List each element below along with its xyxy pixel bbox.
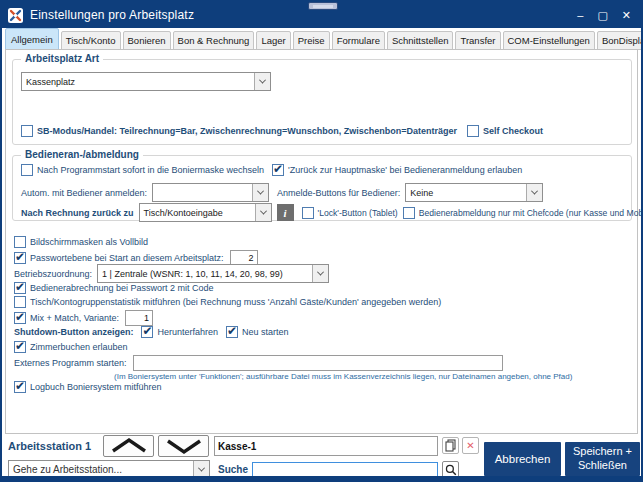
checkbox-box[interactable] xyxy=(14,312,26,324)
checkbox-self-checkout[interactable]: Self Checkout xyxy=(467,125,543,137)
dropdown-value: Gehe zu Arbeitsstation... xyxy=(9,461,193,478)
externes-programm-label: Externes Programm starten: xyxy=(14,358,127,368)
checkbox-bedienerabrechnung[interactable]: Bedienerabrechnung bei Passwort 2 mit Co… xyxy=(14,282,214,294)
checkbox-box[interactable] xyxy=(14,252,26,264)
minimize-icon[interactable]: – xyxy=(577,10,583,21)
copy-button[interactable] xyxy=(442,437,459,454)
tab-schnittstellen[interactable]: Schnittstellen xyxy=(387,31,454,50)
tab-lager[interactable]: Lager xyxy=(256,31,290,50)
checkbox-box[interactable] xyxy=(14,341,26,353)
delete-button[interactable]: ✕ xyxy=(462,437,479,454)
externes-programm-hint: (Im Boniersystem unter 'Funktionen'; aus… xyxy=(114,372,572,381)
checkbox-lock-button[interactable]: 'Lock'-Button (Tablet) xyxy=(302,207,398,219)
tab-bon-rechnung[interactable]: Bon & Rechnung xyxy=(173,31,255,50)
dropdown-value: Tisch/Kontoeingabe xyxy=(140,204,255,221)
nach-rechnung-dropdown[interactable]: Tisch/Kontoeingabe xyxy=(139,203,272,222)
station-up-button[interactable] xyxy=(103,435,154,457)
tabstrip: Allgemein Tisch/Konto Bonieren Bon & Rec… xyxy=(5,29,643,50)
station-name-input[interactable] xyxy=(214,436,438,456)
checkbox-label: Bildschirmmasken als Vollbild xyxy=(30,237,148,247)
chevron-down-icon xyxy=(193,461,209,478)
search-button[interactable] xyxy=(442,461,459,478)
search-input[interactable] xyxy=(252,462,438,479)
anmelde-buttons-dropdown[interactable]: Keine xyxy=(405,183,543,202)
chevron-down-icon xyxy=(312,265,328,282)
tab-preise[interactable]: Preise xyxy=(293,31,330,50)
checkbox-passwortebene[interactable]: Passwortebene bei Start an diesem Arbeit… xyxy=(14,252,224,264)
chevron-down-icon xyxy=(526,184,542,201)
checkbox-logbuch[interactable]: Logbuch Boniersystem mitführen xyxy=(14,381,162,393)
tab-transfer[interactable]: Transfer xyxy=(455,31,500,50)
checkbox-box[interactable] xyxy=(21,125,33,137)
checkbox-box[interactable] xyxy=(272,164,284,176)
delete-x-icon: ✕ xyxy=(466,441,474,451)
checkbox-box[interactable] xyxy=(14,236,26,248)
checkbox-box[interactable] xyxy=(403,207,415,219)
checkbox-zurueck-hauptmaske[interactable]: 'Zurück zur Hauptmaske' bei Bedieneranme… xyxy=(272,164,522,176)
tab-bondisplay[interactable]: BonDisplay xyxy=(597,31,643,50)
station-down-button[interactable] xyxy=(158,435,209,457)
checkbox-nach-programmstart[interactable]: Nach Programmstart sofort in die Bonierm… xyxy=(21,164,264,176)
autom-anmelden-dropdown[interactable] xyxy=(152,183,269,202)
externes-programm-input[interactable] xyxy=(133,355,503,371)
maximize-icon[interactable]: ▢ xyxy=(597,10,607,21)
checkbox-label: Neu starten xyxy=(242,327,289,337)
checkbox-box[interactable] xyxy=(141,326,153,338)
checkbox-label: 'Zurück zur Hauptmaske' bei Bedieneranme… xyxy=(288,165,522,175)
dropdown-value: 1 | Zentrale (WSNR: 1, 10, 11, 14, 20, 9… xyxy=(98,265,312,282)
app-icon xyxy=(8,8,23,23)
checkbox-label: Zimmerbuchen erlauben xyxy=(30,342,128,352)
checkbox-label: Self Checkout xyxy=(483,126,543,136)
search-icon xyxy=(445,464,457,476)
betriebszuordnung-dropdown[interactable]: 1 | Zentrale (WSNR: 1, 10, 11, 14, 20, 9… xyxy=(97,264,329,283)
tab-formulare[interactable]: Formulare xyxy=(332,31,385,50)
checkbox-sb-modus[interactable]: SB-Modus/Handel: Teilrechnung=Bar, Zwisc… xyxy=(21,125,457,137)
chevron-down-icon xyxy=(163,437,205,455)
chevron-down-icon xyxy=(252,184,268,201)
checkbox-box[interactable] xyxy=(14,282,26,294)
checkbox-box[interactable] xyxy=(21,164,33,176)
checkbox-label: Logbuch Boniersystem mitführen xyxy=(30,382,162,392)
checkbox-box[interactable] xyxy=(467,125,479,137)
close-icon[interactable]: ✕ xyxy=(622,10,631,21)
tab-tisch-konto[interactable]: Tisch/Konto xyxy=(61,31,121,50)
checkbox-zimmerbuchen[interactable]: Zimmerbuchen erlauben xyxy=(14,341,128,353)
checkbox-box[interactable] xyxy=(14,381,26,393)
group-arbeitsplatz-art: Arbeitsplatz Art Kassenplatz SB-Modus/Ha… xyxy=(12,59,632,145)
checkbox-label: Passwortebene bei Start an diesem Arbeit… xyxy=(30,253,224,263)
checkbox-box[interactable] xyxy=(14,296,26,308)
group-title: Bedieneran-/abmeldung xyxy=(21,149,143,160)
checkbox-mixmatch[interactable]: Mix + Match, Variante: xyxy=(14,312,119,324)
dropdown-value: Keine xyxy=(406,184,526,201)
checkbox-bildschirmmasken[interactable]: Bildschirmmasken als Vollbild xyxy=(14,236,148,248)
checkbox-label: Nach Programmstart sofort in die Bonierm… xyxy=(37,165,264,175)
anmelde-buttons-label: Anmelde-Buttons für Bediener: xyxy=(277,188,400,198)
window-title: Einstellungen pro Arbeitsplatz xyxy=(30,8,194,22)
tab-allgemein[interactable]: Allgemein xyxy=(5,28,59,50)
window-controls: – ▢ ✕ xyxy=(577,10,635,21)
checkbox-tischstatistik[interactable]: Tisch/Kontogruppenstatistik mitführen (b… xyxy=(14,296,441,308)
footer-bar: Arbeitsstation 1 ✕ Gehe zu Arbeitsstatio… xyxy=(2,434,641,478)
tab-bonieren[interactable]: Bonieren xyxy=(123,31,171,50)
info-button[interactable]: i xyxy=(277,204,294,221)
search-label: Suche xyxy=(218,464,248,475)
checkbox-label: Bedienerabrechnung bei Passwort 2 mit Co… xyxy=(30,283,214,293)
checkbox-box[interactable] xyxy=(226,326,238,338)
chevron-down-icon xyxy=(254,73,270,90)
cancel-button[interactable]: Abbrechen xyxy=(484,442,561,476)
shutdown-button-label: Shutdown-Button anzeigen: xyxy=(14,327,133,337)
copy-icon xyxy=(445,439,456,452)
checkbox-box[interactable] xyxy=(302,207,314,219)
group-title: Arbeitsplatz Art xyxy=(21,53,103,64)
checkbox-neu-starten[interactable]: Neu starten xyxy=(226,326,289,338)
checkbox-label: Bedienerabmeldung nur mit Chefcode (nur … xyxy=(419,208,643,218)
save-close-button[interactable]: Speichern + Schließen xyxy=(565,442,640,476)
group-bedieneranmeldung: Bedieneran-/abmeldung Nach Programmstart… xyxy=(12,155,632,221)
checkbox-label: 'Lock'-Button (Tablet) xyxy=(318,208,398,218)
tab-com-einstellungen[interactable]: COM-Einstellungen xyxy=(503,31,595,50)
arbeitsplatz-art-dropdown[interactable]: Kassenplatz xyxy=(21,72,271,91)
checkbox-herunterfahren[interactable]: Herunterfahren xyxy=(141,326,218,338)
betriebszuordnung-label: Betriebszuordnung: xyxy=(14,269,92,279)
goto-station-dropdown[interactable]: Gehe zu Arbeitsstation... xyxy=(8,460,210,479)
checkbox-chefcode[interactable]: Bedienerabmeldung nur mit Chefcode (nur … xyxy=(403,207,643,219)
